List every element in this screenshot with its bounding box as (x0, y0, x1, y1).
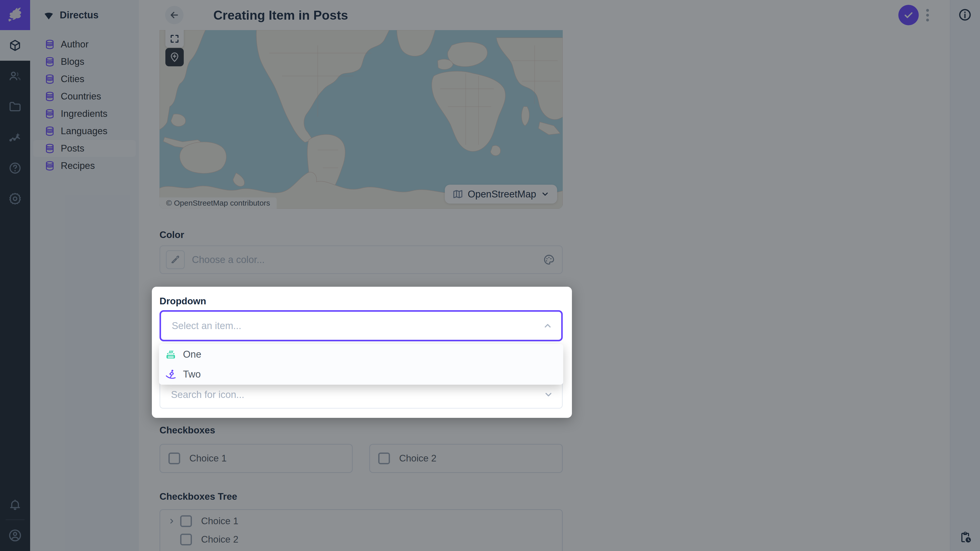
icon-search-input[interactable]: Search for icon... (159, 381, 563, 409)
dropdown-options-menu: One Two (159, 344, 563, 385)
downhill-skiing-icon (165, 368, 177, 380)
option-two[interactable]: Two (159, 365, 563, 383)
chevron-down-icon (544, 390, 553, 400)
icon-search-placeholder: Search for icon... (171, 389, 544, 400)
option-label: One (183, 349, 201, 360)
option-one[interactable]: One (159, 346, 563, 363)
dropdown-label: Dropdown (159, 296, 206, 306)
dropdown-placeholder: Select an item... (172, 321, 543, 331)
chevron-up-icon (543, 321, 552, 330)
dropdown-select[interactable]: Select an item... (159, 310, 563, 341)
hot-tub-icon (165, 349, 177, 360)
option-label: Two (183, 369, 201, 380)
modal-dim-overlay[interactable] (0, 0, 980, 551)
directus-app: Directus Author Blogs Cities Countries I… (0, 0, 980, 551)
